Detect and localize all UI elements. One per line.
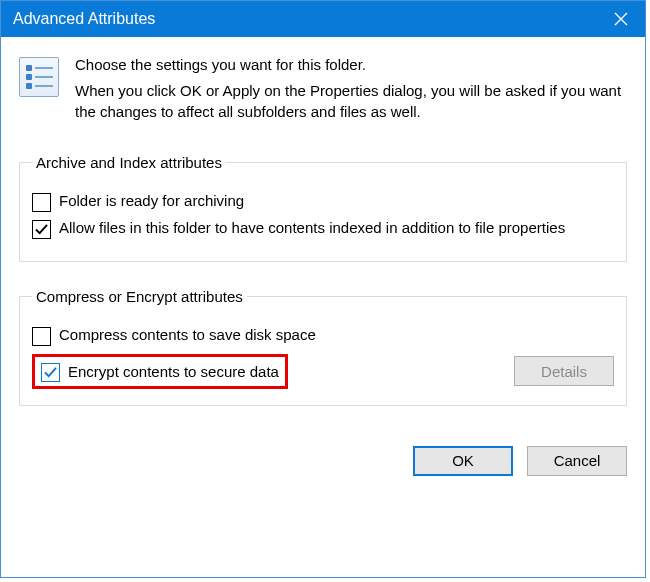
compress-checkbox[interactable] [32,327,51,346]
compress-encrypt-group: Compress or Encrypt attributes Compress … [19,288,627,406]
compress-checkbox-row[interactable]: Compress contents to save disk space [32,325,614,346]
intro-line2: When you click OK or Apply on the Proper… [75,81,627,122]
archive-label: Folder is ready for archiving [59,191,244,211]
advanced-attributes-dialog: Advanced Attributes Choose the settings … [0,0,646,578]
checkmark-icon [34,223,49,236]
window-title: Advanced Attributes [13,10,155,28]
intro-section: Choose the settings you want for this fo… [19,55,627,128]
archive-index-legend: Archive and Index attributes [32,154,226,171]
dialog-button-row: OK Cancel [1,432,645,494]
encrypt-highlight: Encrypt contents to secure data [32,354,288,389]
index-checkbox[interactable] [32,220,51,239]
encrypt-label: Encrypt contents to secure data [68,363,279,380]
titlebar: Advanced Attributes [1,1,645,37]
encrypt-checkbox[interactable] [41,363,60,382]
compress-encrypt-legend: Compress or Encrypt attributes [32,288,247,305]
client-area: Choose the settings you want for this fo… [1,37,645,406]
close-icon [614,12,628,26]
cancel-button[interactable]: Cancel [527,446,627,476]
archive-index-group: Archive and Index attributes Folder is r… [19,154,627,262]
close-button[interactable] [597,1,645,37]
archive-checkbox-row[interactable]: Folder is ready for archiving [32,191,614,212]
index-label: Allow files in this folder to have conte… [59,218,565,238]
intro-text: Choose the settings you want for this fo… [75,55,627,128]
ok-button[interactable]: OK [413,446,513,476]
checkmark-icon [43,366,58,379]
attributes-list-icon [19,57,59,97]
encrypt-row: Encrypt contents to secure data Details [32,354,614,389]
intro-line1: Choose the settings you want for this fo… [75,55,627,75]
details-button: Details [514,356,614,386]
index-checkbox-row[interactable]: Allow files in this folder to have conte… [32,218,614,239]
archive-checkbox[interactable] [32,193,51,212]
compress-label: Compress contents to save disk space [59,325,316,345]
